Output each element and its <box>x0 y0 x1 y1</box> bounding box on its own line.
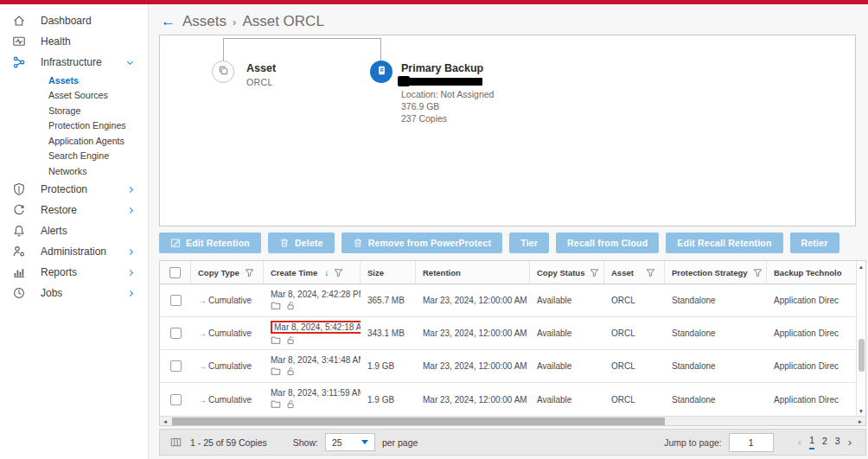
jump-to-page-input[interactable] <box>729 433 774 452</box>
filter-icon[interactable] <box>753 268 763 277</box>
retier-button[interactable]: Retier <box>790 233 839 253</box>
copy-type-value: Cumulative <box>208 328 252 338</box>
create-time-value: Mar 8, 2024, 2:42:28 PM <box>271 290 361 299</box>
page-number-3[interactable]: 3 <box>835 436 840 449</box>
table-row[interactable]: →Cumulative Mar 8, 2024, 2:42:28 PM 365.… <box>160 284 857 317</box>
protection-strategy-value: Standalone <box>665 317 767 349</box>
sidebar-item-protection-engines[interactable]: Protection Engines <box>0 118 148 134</box>
sidebar-item-label: Protection <box>41 183 87 195</box>
results-range: 1 - 25 of 59 Copies <box>190 437 267 448</box>
scroll-down-icon[interactable]: ▼ <box>858 405 864 416</box>
vertical-scroll-thumb[interactable] <box>858 339 865 372</box>
sidebar-item-networks[interactable]: Networks <box>0 163 148 179</box>
scroll-left-icon[interactable]: ◄ <box>160 418 170 424</box>
sidebar-item-alerts[interactable]: Alerts <box>0 220 148 241</box>
breadcrumb-parent[interactable]: Assets <box>182 13 227 30</box>
table-row[interactable]: →Cumulative Mar 8, 2024, 3:41:48 AM 1.9 … <box>160 350 857 383</box>
edit-retention-button[interactable]: Edit Retention <box>159 233 261 253</box>
delete-button[interactable]: Delete <box>268 233 335 253</box>
table-row[interactable]: →Cumulative Mar 8, 2024, 5:42:18 AM 343.… <box>160 317 857 350</box>
copy-status-value: Available <box>530 317 604 349</box>
sidebar-item-restore[interactable]: Restore <box>0 200 148 220</box>
page-title: Asset ORCL <box>242 13 323 30</box>
column-header-retention: Retention <box>423 268 461 277</box>
horizontal-scrollbar[interactable]: ◄ ► <box>160 416 865 425</box>
sidebar-item-reports[interactable]: Reports <box>0 262 148 283</box>
column-settings-icon[interactable] <box>170 437 182 448</box>
copies-table: Copy Type Create Time ↓ Size Retention C… <box>159 260 866 426</box>
sidebar-item-jobs[interactable]: Jobs <box>0 283 148 303</box>
sidebar-item-dashboard[interactable]: Dashboard <box>0 10 148 31</box>
sidebar-item-label: Dashboard <box>41 15 92 27</box>
sidebar-item-health[interactable]: Health <box>0 31 148 52</box>
sidebar-item-label: Infrastructure <box>41 56 102 68</box>
copy-icon <box>217 64 230 80</box>
previous-page-icon[interactable]: ‹ <box>798 436 801 449</box>
column-header-copy-status: Copy Status <box>537 268 584 277</box>
filter-icon[interactable] <box>245 268 254 277</box>
arrow-right-icon: → <box>198 328 207 338</box>
sidebar-item-storage[interactable]: Storage <box>0 103 148 118</box>
sidebar-item-infrastructure[interactable]: Infrastructure <box>0 52 148 73</box>
breadcrumb-separator-icon: › <box>233 16 236 29</box>
column-header-protection-strategy: Protection Strategy <box>672 268 748 277</box>
horizontal-scroll-thumb[interactable] <box>172 418 665 425</box>
row-checkbox[interactable] <box>170 328 182 339</box>
chevron-right-icon <box>127 290 133 296</box>
sidebar-item-protection[interactable]: Protection <box>0 179 148 200</box>
sidebar-item-administration[interactable]: Administration <box>0 241 148 262</box>
next-page-icon[interactable]: › <box>848 436 852 449</box>
network-nodes-icon <box>12 55 26 69</box>
filter-icon[interactable] <box>646 268 655 277</box>
create-time-value: Mar 8, 2024, 3:41:48 AM <box>271 355 361 365</box>
table-row[interactable]: →Cumulative Mar 8, 2024, 3:11:59 AM 1.9 … <box>160 383 857 416</box>
size-value: 1.9 GB <box>361 350 416 382</box>
backup-technology-value: Application Direc <box>767 383 857 416</box>
column-header-copy-type: Copy Type <box>198 268 239 277</box>
row-checkbox[interactable] <box>170 295 182 306</box>
row-checkbox[interactable] <box>170 394 182 405</box>
sidebar-item-application-agents[interactable]: Application Agents <box>0 133 148 149</box>
asset-value: ORCL <box>604 284 665 316</box>
sidebar-item-label: Reports <box>41 266 77 278</box>
sidebar-item-label: Health <box>41 35 71 48</box>
breadcrumb: ← Assets › Asset ORCL <box>149 4 868 32</box>
recall-from-cloud-button[interactable]: Recall from Cloud <box>556 233 659 253</box>
filter-icon[interactable] <box>334 268 343 277</box>
vertical-scroll-track[interactable] <box>857 271 865 405</box>
back-arrow-icon[interactable]: ← <box>161 13 176 30</box>
backup-technology-value: Application Direc <box>767 317 857 349</box>
select-all-checkbox[interactable] <box>169 267 181 278</box>
row-checkbox[interactable] <box>170 360 182 372</box>
restore-arrows-icon <box>12 203 26 217</box>
horizontal-scroll-track[interactable] <box>170 417 855 425</box>
scroll-right-icon[interactable]: ► <box>855 418 865 424</box>
column-header-create-time: Create Time <box>271 268 317 277</box>
sort-descending-icon[interactable]: ↓ <box>324 268 329 277</box>
edit-recall-retention-button[interactable]: Edit Recall Retention <box>666 233 782 253</box>
tier-button[interactable]: Tier <box>509 233 549 253</box>
copy-map-panel: Asset ORCL Primary Backup Location: Not … <box>159 35 856 226</box>
sidebar-item-asset-sources[interactable]: Asset Sources <box>0 88 148 104</box>
page-number-1[interactable]: 1 <box>809 435 814 449</box>
sidebar: Dashboard Health Infrastructure Assets A… <box>0 4 149 459</box>
sidebar-item-assets[interactable]: Assets <box>0 73 148 88</box>
asset-node[interactable] <box>212 61 234 83</box>
vertical-scrollbar[interactable]: ▲ ▼ <box>856 261 865 416</box>
filter-icon[interactable] <box>590 268 599 277</box>
page-number-2[interactable]: 2 <box>822 436 827 449</box>
bar-chart-icon <box>12 265 26 279</box>
column-header-size: Size <box>367 268 384 277</box>
folder-icon <box>271 367 281 378</box>
copy-type-value: Cumulative <box>208 395 252 405</box>
unlock-icon <box>285 367 296 378</box>
primary-backup-node[interactable] <box>370 61 393 83</box>
sidebar-item-search-engine[interactable]: Search Engine <box>0 149 148 164</box>
unlock-icon <box>285 335 296 347</box>
scroll-up-icon[interactable]: ▲ <box>858 261 864 271</box>
arrow-right-icon: → <box>198 395 207 405</box>
remove-from-powerprotect-button[interactable]: Remove from PowerProtect <box>341 233 503 253</box>
backup-size: 376.9 GB <box>401 101 439 112</box>
copy-status-value: Available <box>530 284 604 316</box>
page-size-select[interactable]: 25 <box>325 433 375 451</box>
